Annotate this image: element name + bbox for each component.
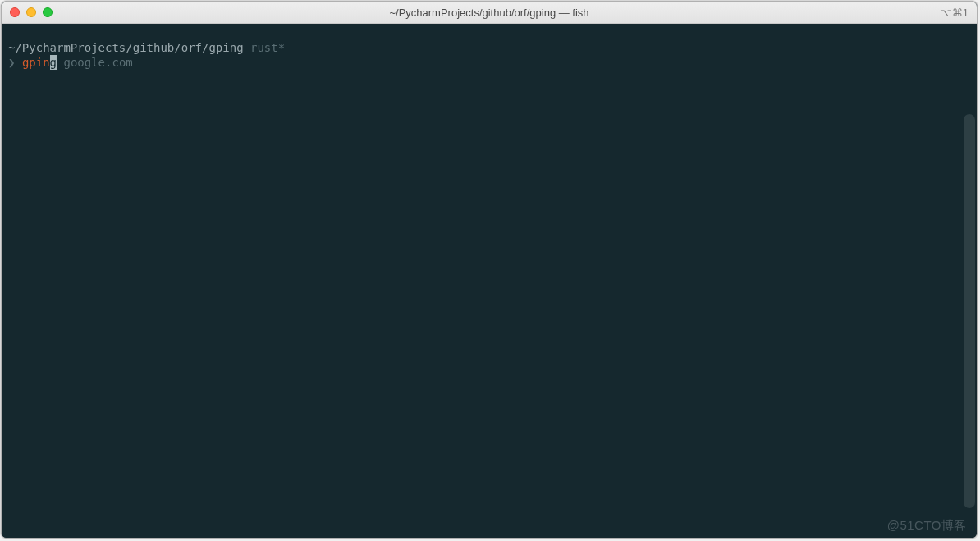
window-title: ~/PycharmProjects/github/orf/gping — fis… [389,7,588,19]
watermark: @51CTO博客 [887,518,967,533]
scrollbar-track[interactable] [964,24,976,538]
close-icon[interactable] [10,7,20,17]
scrollbar-thumb[interactable] [964,114,975,508]
traffic-lights [2,7,53,17]
maximize-icon[interactable] [43,7,53,17]
typed-command: gpin [22,56,50,69]
terminal-window: ~/PycharmProjects/github/orf/gping — fis… [1,1,978,539]
git-branch: rust* [250,41,285,54]
terminal-cwd-line: ~/PycharmProjects/github/orf/gping rust* [8,40,970,55]
cursor: g [50,55,57,70]
window-shortcut-label: ⌥⌘1 [940,7,969,19]
autosuggestion: google.com [57,56,133,69]
terminal-body[interactable]: ~/PycharmProjects/github/orf/gping rust*… [2,24,977,538]
terminal-prompt-line[interactable]: ❯ gping google.com [8,55,970,70]
minimize-icon[interactable] [26,7,36,17]
prompt-symbol: ❯ [8,56,15,69]
cwd-path: ~/PycharmProjects/github/orf/gping [8,41,244,54]
titlebar[interactable]: ~/PycharmProjects/github/orf/gping — fis… [2,2,977,24]
